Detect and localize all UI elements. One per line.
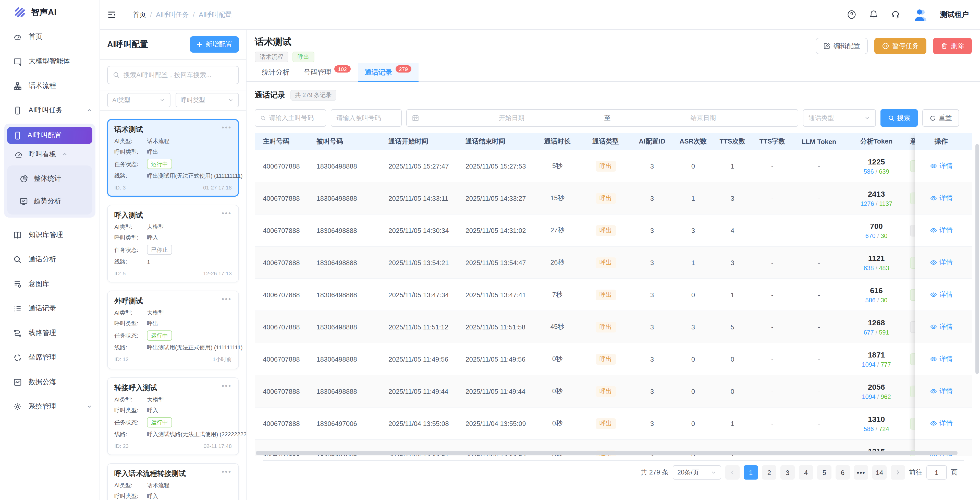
call-type-filter-select[interactable]: 通话类型: [803, 109, 876, 127]
analysis-token-total: 2056: [846, 382, 907, 391]
delete-button[interactable]: 删除: [933, 38, 972, 54]
more-actions-icon[interactable]: •••: [222, 297, 232, 302]
ai-type-label: AI类型:: [115, 396, 147, 404]
operation-row: 详情: [915, 247, 968, 279]
cell-config-id: 3: [630, 323, 674, 331]
help-icon[interactable]: [847, 10, 856, 19]
config-card[interactable]: 话术测试 ••• AI类型:话术流程 呼叫类型:呼出 任务状态:运行中 线路:呼…: [107, 119, 239, 196]
end-date-placeholder[interactable]: 结束日期: [614, 113, 793, 122]
sidebar-item-line-management[interactable]: 线路管理: [0, 321, 100, 345]
sidebar-item-home[interactable]: 首页: [0, 24, 100, 49]
page-size-select[interactable]: 20条/页: [673, 465, 721, 479]
more-actions-icon[interactable]: •••: [222, 470, 232, 474]
sidebar-item-call-analysis[interactable]: 通话分析: [0, 247, 100, 272]
detail-link[interactable]: 详情: [930, 161, 953, 171]
sidebar-item-intent-library[interactable]: 意图库: [0, 272, 100, 296]
edit-config-button[interactable]: 编辑配置: [816, 38, 868, 54]
sidebar-item-llm-agent[interactable]: 大模型智能体: [0, 49, 100, 73]
config-time: 02-11 17:48: [204, 443, 232, 449]
horizontal-scrollbar-thumb[interactable]: [256, 451, 958, 455]
call-type-value: 呼出: [147, 148, 158, 156]
add-config-button[interactable]: 新增配置: [190, 36, 239, 53]
caller-input[interactable]: [269, 114, 321, 121]
page-number-button[interactable]: 4: [799, 465, 813, 479]
config-search-input[interactable]: [124, 72, 233, 79]
col-analysis-token: 分析Token: [846, 137, 907, 146]
headset-support-icon[interactable]: [891, 10, 900, 19]
detail-link[interactable]: 详情: [930, 355, 953, 364]
cell-llm-token: -: [792, 291, 846, 299]
tab[interactable]: 号码管理 102: [297, 63, 358, 81]
sidebar-item-trend-analysis[interactable]: 趋势分析: [7, 190, 92, 212]
cell-callee: 18306498888: [317, 387, 388, 395]
pause-task-button[interactable]: 暂停任务: [874, 38, 926, 54]
breadcrumb-config[interactable]: AI呼叫配置: [199, 10, 232, 19]
cell-tts: 0: [713, 355, 752, 363]
cell-config-id: 3: [630, 162, 674, 170]
horizontal-scrollbar: [256, 451, 958, 455]
start-date-placeholder[interactable]: 开始日期: [422, 113, 601, 122]
page-number-button[interactable]: 1: [744, 465, 758, 479]
cell-tts-chars: -: [752, 355, 792, 363]
breadcrumb-tasks[interactable]: AI呼叫任务: [156, 10, 189, 19]
tab[interactable]: 通话记录 279: [358, 63, 418, 81]
tab-label: 号码管理: [304, 68, 331, 77]
sidebar-item-knowledge-base[interactable]: 知识库管理: [0, 223, 100, 247]
notification-bell-icon[interactable]: [869, 10, 878, 19]
goto-page-input[interactable]: [926, 465, 947, 479]
sidebar-item-system-management[interactable]: 系统管理: [0, 394, 100, 419]
more-actions-icon[interactable]: •••: [222, 125, 232, 130]
more-actions-icon[interactable]: •••: [222, 211, 232, 216]
cell-asr: 3: [674, 227, 713, 234]
page-number-button[interactable]: 3: [780, 465, 795, 479]
date-range-picker[interactable]: 开始日期 至 结束日期: [406, 109, 798, 127]
config-card[interactable]: 呼入测试 ••• AI类型:大模型 呼叫类型:呼入 任务状态:已停止 线路:1 …: [107, 205, 239, 283]
page-number-button[interactable]: 6: [835, 465, 850, 479]
next-page-button[interactable]: [891, 465, 905, 479]
detail-link[interactable]: 详情: [930, 387, 953, 396]
call-type-select[interactable]: 呼叫类型: [176, 93, 239, 107]
detail-link[interactable]: 详情: [930, 322, 953, 331]
more-actions-icon[interactable]: •••: [222, 383, 232, 389]
sidebar-item-overall-stats[interactable]: 整体统计: [7, 168, 92, 190]
page-number-button[interactable]: 5: [817, 465, 832, 479]
status-label: 任务状态:: [115, 246, 147, 254]
page-number-button[interactable]: •••: [854, 465, 868, 479]
breadcrumb-home[interactable]: 首页: [133, 10, 146, 19]
page-number-button[interactable]: 14: [872, 465, 886, 479]
page-number-button[interactable]: 2: [762, 465, 776, 479]
call-type-badge: 呼出: [595, 289, 616, 300]
reset-button[interactable]: 重置: [922, 109, 959, 127]
config-card[interactable]: 外呼测试 ••• AI类型:大模型 呼叫类型:呼出 任务状态:运行中 线路:呼出…: [107, 291, 239, 369]
config-card[interactable]: 转接呼入测试 ••• AI类型:大模型 呼叫类型:呼入 任务状态:运行中 线路:…: [107, 377, 239, 455]
ai-type-select[interactable]: AI类型: [107, 93, 170, 107]
config-card-name: 外呼测试: [115, 297, 143, 306]
search-button[interactable]: 搜索: [880, 109, 918, 127]
callee-input[interactable]: [336, 114, 396, 121]
line-value: 1: [147, 259, 150, 265]
dashboard-icon: [13, 32, 22, 41]
cell-tts-chars: -: [752, 194, 792, 202]
line-label: 线路:: [115, 258, 147, 265]
detail-link[interactable]: 详情: [930, 290, 953, 299]
sidebar-item-agent-management[interactable]: 坐席管理: [0, 345, 100, 370]
sidebar-item-call-records[interactable]: 通话记录: [0, 296, 100, 321]
sidebar-item-ai-call-task[interactable]: AI呼叫任务: [0, 98, 100, 123]
vertical-scrollbar-thumb[interactable]: [975, 144, 979, 374]
avatar[interactable]: [913, 7, 928, 22]
detail-link[interactable]: 详情: [930, 193, 953, 203]
detail-link[interactable]: 详情: [930, 226, 953, 235]
sidebar-item-call-board[interactable]: 呼叫看板: [7, 144, 92, 165]
tab[interactable]: 统计分析: [255, 63, 297, 81]
detail-link[interactable]: 详情: [930, 258, 953, 267]
prev-page-button[interactable]: [725, 465, 740, 479]
menu-fold-icon[interactable]: [107, 10, 116, 19]
sidebar-item-ai-call-config[interactable]: AI呼叫配置: [7, 127, 92, 144]
config-card[interactable]: 呼入话术流程转接测试 ••• AI类型:话术流程 呼叫类型:呼入 任务状态: 线…: [107, 463, 239, 500]
sidebar-item-data-pool[interactable]: 数据公海: [0, 370, 100, 394]
cell-config-id: 3: [630, 259, 674, 266]
tenant-name[interactable]: 测试租户: [940, 10, 969, 19]
ai-type-value: 大模型: [147, 309, 164, 317]
sidebar-item-script-flow[interactable]: 话术流程: [0, 73, 100, 98]
detail-link[interactable]: 详情: [930, 419, 953, 428]
